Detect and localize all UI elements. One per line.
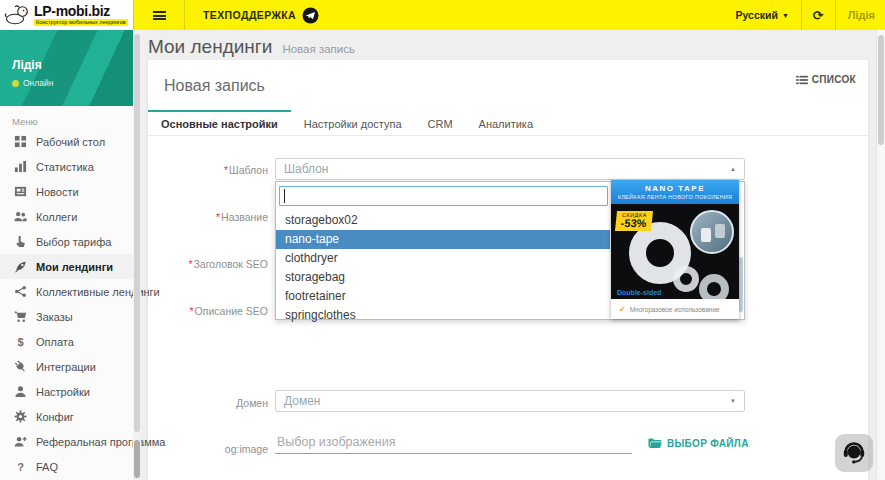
question-icon: ? xyxy=(13,461,28,473)
cart-icon xyxy=(13,310,28,323)
tab-label: Основные настройки xyxy=(161,118,278,130)
option-storagebox02[interactable]: storagebox02 xyxy=(276,211,610,230)
discount-badge: СКИДКА -53% xyxy=(615,211,653,231)
og-image-input[interactable] xyxy=(275,433,632,454)
name-field-label: *Название xyxy=(148,211,268,223)
sidebar-user-status: Онлайн xyxy=(12,78,133,88)
colleagues-icon xyxy=(13,210,28,223)
tab-crm[interactable]: CRM xyxy=(415,110,466,135)
tab-label: Аналитика xyxy=(479,118,533,130)
sidebar-item-my-landings[interactable]: Мои лендинги xyxy=(0,254,133,279)
caret-down-icon: ▼ xyxy=(730,398,736,404)
file-select-label: ВЫБОР ФАЙЛА xyxy=(667,438,749,449)
sidebar-scrollbar[interactable] xyxy=(133,30,141,480)
tape-roll-graphic xyxy=(673,266,699,292)
new-record-card: Новая запись СПИСОК Основные настройки Н… xyxy=(148,60,868,480)
tab-analytics[interactable]: Аналитика xyxy=(466,110,546,135)
option-clothdryer[interactable]: clothdryer xyxy=(276,249,610,268)
list-icon xyxy=(796,75,808,85)
online-status-label: Онлайн xyxy=(23,78,53,88)
refresh-button[interactable]: ⟳ xyxy=(802,0,835,30)
language-selector[interactable]: Русский ▼ xyxy=(723,0,800,30)
option-springclothes[interactable]: springclothes xyxy=(276,306,610,325)
topbar-username[interactable]: Лідія xyxy=(836,0,885,30)
page-scrollbar-thumb[interactable] xyxy=(878,35,884,145)
tabs: Основные настройки Настройки доступа CRM… xyxy=(148,110,868,136)
tab-label: Настройки доступа xyxy=(304,118,402,130)
sidebar-item-label: Рабочий стол xyxy=(36,136,105,148)
file-select-button[interactable]: ВЫБОР ФАЙЛА xyxy=(648,438,749,449)
plug-icon xyxy=(13,360,28,373)
page-scrollbar[interactable] xyxy=(876,30,885,480)
tab-main-settings[interactable]: Основные настройки xyxy=(148,110,291,135)
support-chat-button[interactable] xyxy=(835,434,873,472)
preview-subtitle: КЛЕЙКАЯ ЛЕНТА НОВОГО ПОКОЛЕНИЯ xyxy=(618,194,733,200)
menu-section-label: Меню xyxy=(0,106,133,129)
template-field-label: *Шаблон xyxy=(148,164,268,176)
sidebar-item-settings[interactable]: Настройки xyxy=(0,379,133,404)
option-nano-tape[interactable]: nano-tape xyxy=(276,230,610,249)
sidebar-item-label: Коллеги xyxy=(36,211,77,223)
sidebar-item-label: Реферальная программа xyxy=(36,436,165,448)
sidebar-scrollbar-thumb[interactable] xyxy=(134,34,140,432)
template-options-list: storagebox02 nano-tape clothdryer storag… xyxy=(276,211,610,325)
topbar: LP-mobi.biz Конструктор мобильных лендин… xyxy=(0,0,885,30)
support-link[interactable]: ТЕХПОДДЕРЖКА xyxy=(185,0,337,30)
sidebar-item-label: Мои лендинги xyxy=(36,261,113,273)
dropdown-scrollbar[interactable] xyxy=(739,257,743,312)
card-title: Новая запись xyxy=(164,77,265,95)
dashboard-icon xyxy=(13,135,28,148)
online-status-dot xyxy=(12,80,19,87)
sidebar-item-faq[interactable]: ? FAQ xyxy=(0,454,133,479)
required-asterisk: * xyxy=(216,211,220,223)
sidebar-item-referral[interactable]: Реферальная программа xyxy=(0,429,133,454)
sidebar-item-integrations[interactable]: Интеграции xyxy=(0,354,133,379)
sidebar-item-dashboard[interactable]: Рабочий стол xyxy=(0,129,133,154)
option-storagebag[interactable]: storagebag xyxy=(276,268,610,287)
preview-footer: ✔ Многоразовое использование xyxy=(611,299,739,319)
hamburger-icon xyxy=(153,11,166,20)
sidebar-item-label: Настройки xyxy=(36,386,90,398)
sidebar-item-label: Новости xyxy=(36,186,79,198)
tape-roll-graphic xyxy=(699,274,729,299)
sidebar-item-colleagues[interactable]: Коллеги xyxy=(0,204,133,229)
user-plus-icon xyxy=(13,435,28,448)
list-button[interactable]: СПИСОК xyxy=(796,74,856,85)
dog-logo-icon xyxy=(4,4,30,26)
sidebar-item-payment[interactable]: $ Оплата xyxy=(0,329,133,354)
sidebar-item-label: Коллективные лендинги xyxy=(36,286,160,298)
sidebar-item-statistics[interactable]: Статистика xyxy=(0,154,133,179)
template-select[interactable]: Шаблон ▲ xyxy=(275,158,745,180)
sidebar-menu: Рабочий стол Статистика Новости Коллеги … xyxy=(0,129,133,479)
sidebar-item-news[interactable]: Новости xyxy=(0,179,133,204)
sidebar-item-label: Статистика xyxy=(36,161,94,173)
required-asterisk: * xyxy=(224,164,228,176)
domain-field-label: Домен xyxy=(148,397,268,409)
caret-up-icon: ▲ xyxy=(730,166,736,172)
option-footretainer[interactable]: footretainer xyxy=(276,287,610,306)
template-search-input[interactable] xyxy=(279,186,608,206)
app-logo[interactable]: LP-mobi.biz Конструктор мобильных лендин… xyxy=(0,0,133,30)
share-icon xyxy=(13,285,28,298)
headset-icon xyxy=(840,439,868,467)
preview-product-image: СКИДКА -53% Double-sided xyxy=(611,204,739,299)
sidebar-item-label: Конфиг xyxy=(36,411,74,423)
gears-icon xyxy=(13,410,28,423)
dollar-icon: $ xyxy=(13,336,28,348)
sidebar-item-collective-landings[interactable]: Коллективные лендинги xyxy=(0,279,133,304)
domain-select[interactable]: Домен ▼ xyxy=(275,390,745,412)
list-button-label: СПИСОК xyxy=(812,74,856,85)
sidebar-item-orders[interactable]: Заказы xyxy=(0,304,133,329)
sidebar-item-tariff[interactable]: Выбор тарифа xyxy=(0,229,133,254)
template-select-placeholder: Шаблон xyxy=(284,162,730,176)
menu-toggle-button[interactable] xyxy=(133,0,185,30)
tab-access-settings[interactable]: Настройки доступа xyxy=(291,110,415,135)
check-icon: ✔ xyxy=(619,305,626,314)
sidebar-item-config[interactable]: Конфиг xyxy=(0,404,133,429)
preview-feature-label: Double-sided xyxy=(617,289,661,296)
preview-footer-note: Многоразовое использование xyxy=(630,306,720,313)
preview-inset-photo xyxy=(690,210,734,254)
seo-title-field-label: *Заголовок SEO xyxy=(148,258,268,270)
sidebar-item-label: Оплата xyxy=(36,336,74,348)
card-head: Новая запись СПИСОК xyxy=(148,60,868,110)
